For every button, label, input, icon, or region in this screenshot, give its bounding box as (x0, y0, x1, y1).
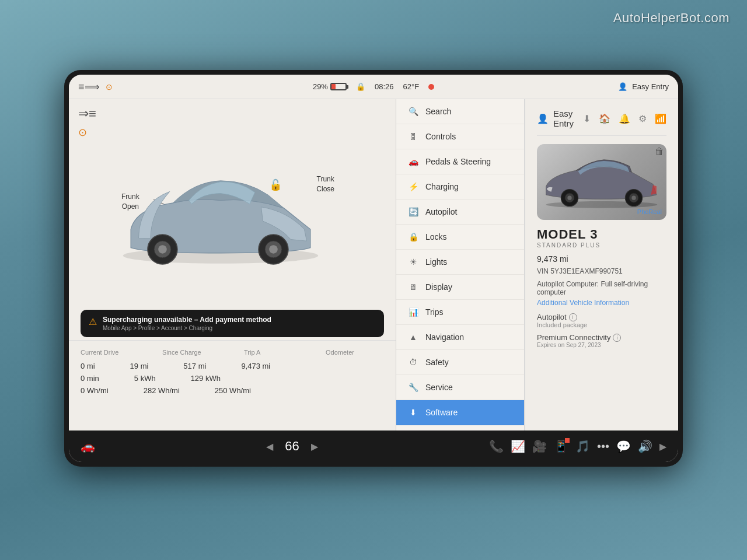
easy-entry-label[interactable]: Easy Entry (632, 82, 669, 91)
menu-panel: 🔍 Search 🎛 Controls 🚗 Pedals & Steering … (396, 99, 525, 430)
music-icon[interactable]: 🎵 (575, 439, 590, 453)
menu-item-pedals[interactable]: 🚗 Pedals & Steering (396, 149, 524, 174)
menu-item-charging[interactable]: ⚡ Charging (396, 174, 524, 200)
controls-icon: 🎛 (408, 132, 418, 141)
status-bar: ≡⟹ ⊙ 29% 🔒 08:26 62°F 👤 Easy Entry (69, 75, 678, 99)
autopilot-computer-text: Autopilot Computer: Full self-driving co… (537, 280, 666, 296)
battery-bar (330, 83, 347, 90)
menu-item-navigation[interactable]: ▲ Navigation (396, 325, 524, 350)
messages-icon[interactable]: 💬 (616, 439, 631, 453)
warning-banner: ⚠ Supercharging unavailable – Add paymen… (81, 310, 384, 337)
taskbar-right: 📞 📈 🎥 📱 . 🎵 ••• 💬 🔊 ▶ (489, 439, 666, 453)
safety-label: Safety (425, 358, 449, 367)
car-image-area: Frunk Open Trunk Close (69, 123, 396, 337)
taskbar-left: 🚗 (81, 439, 95, 453)
trip-a-whmi: 250 Wh/mi (215, 385, 251, 397)
clock: 08:26 (375, 82, 394, 91)
stats-header-odo: Odometer (326, 349, 372, 356)
menu-item-safety[interactable]: ⏱ Safety (396, 350, 524, 375)
menu-item-display[interactable]: 🖥 Display (396, 275, 524, 300)
svg-point-5 (158, 245, 166, 253)
signal-icon: 📶 (655, 113, 666, 124)
stats-header-charge: Since Charge (162, 349, 209, 356)
volume-right-arrow[interactable]: ▶ (659, 441, 666, 452)
stats-header-tripa: Trip A (244, 349, 291, 356)
svg-point-15 (631, 195, 636, 200)
drive-mode-icon: ≡⟹ (78, 80, 100, 93)
menu-item-autopilot[interactable]: 🔄 Autopilot (396, 200, 524, 225)
bell-icon: 🔔 (619, 113, 630, 124)
autopilot-label-text: Autopilot (537, 313, 567, 321)
download-icon: ⬇ (583, 113, 591, 124)
tesla-screen: ≡⟹ ⊙ 29% 🔒 08:26 62°F 👤 Easy Entry (69, 75, 678, 462)
stats-headers: Current Drive Since Charge Trip A Odomet… (81, 349, 384, 356)
menu-item-search[interactable]: 🔍 Search (396, 99, 524, 124)
display-label: Display (425, 282, 452, 292)
profile-header: 👤 Easy Entry ⬇ 🏠 🔔 ⚙ 📶 (537, 108, 666, 136)
taskbar: 🚗 ◀ 66 ▶ 📞 📈 🎥 📱 . 🎵 ••• 💬 (69, 430, 678, 462)
since-charge-whmi: 282 Wh/mi (144, 385, 180, 397)
home-icon: 🏠 (599, 113, 610, 124)
menu-item-upgrades[interactable]: 🔓 Upgrades (396, 425, 524, 430)
status-right: 👤 Easy Entry (552, 82, 669, 91)
svg-point-12 (567, 195, 571, 200)
stats-bar: Current Drive Since Charge Trip A Odomet… (69, 340, 396, 430)
autopilot-sub-text: Included package (537, 321, 666, 328)
warning-triangle-icon: ⚠ (89, 316, 97, 327)
camera-icon[interactable]: 🎥 (532, 439, 547, 453)
lock-icon: 🔒 (356, 82, 365, 91)
warning-sub-text: Mobile App > Profile > Account > Chargin… (103, 325, 271, 331)
profile-name: Easy Entry (553, 108, 578, 128)
volume-icon[interactable]: 🔊 (638, 439, 652, 453)
more-icon[interactable]: ••• (597, 440, 609, 453)
menu-item-controls[interactable]: 🎛 Controls (396, 124, 524, 149)
speed-next-arrow[interactable]: ▶ (311, 441, 318, 452)
current-drive-whmi: 0 Wh/mi (81, 385, 109, 397)
profile-person-icon: 👤 (537, 113, 549, 124)
locks-icon: 🔒 (408, 232, 418, 242)
premium-connectivity-info-icon: i (613, 334, 621, 342)
info-panel: 👤 Easy Entry ⬇ 🏠 🔔 ⚙ 📶 (525, 99, 678, 430)
svg-point-8 (269, 245, 277, 253)
software-label: Software (425, 408, 458, 417)
phoreal-link[interactable]: PhoReal (637, 208, 662, 215)
current-drive-mi: 0 mi (81, 360, 95, 373)
menu-item-lights[interactable]: ☀ Lights (396, 250, 524, 275)
expires-text: Expires on Sep 27, 2023 (537, 342, 666, 348)
model-name: Model 3 (537, 227, 666, 242)
since-charge-mi: 19 mi (130, 360, 149, 373)
software-icon: ⬇ (408, 408, 418, 417)
autopilot-info-icon: i (569, 313, 577, 321)
speed-prev-arrow[interactable]: ◀ (266, 441, 273, 452)
car-home-icon[interactable]: 🚗 (81, 439, 95, 453)
nav-icon[interactable]: 📈 (511, 439, 525, 453)
phone-icon[interactable]: 📞 (489, 439, 504, 453)
controls-label: Controls (425, 132, 456, 141)
trash-icon[interactable]: 🗑 (655, 146, 664, 157)
taskbar-center: ◀ 66 ▶ (266, 439, 317, 454)
profile-icons-row: ⬇ 🏠 🔔 ⚙ 📶 (583, 113, 666, 124)
dashcam-icon[interactable]: 📱 . (554, 439, 568, 453)
locks-label: Locks (425, 232, 447, 242)
model-variant: Standard Plus (537, 242, 666, 249)
wifi-icon: ⚙ (638, 113, 647, 124)
record-indicator (428, 84, 434, 90)
menu-item-service[interactable]: 🔧 Service (396, 375, 524, 400)
menu-item-trips[interactable]: 📊 Trips (396, 300, 524, 325)
battery-fill (331, 84, 336, 89)
menu-item-software[interactable]: ⬇ Software (396, 400, 524, 425)
stats-header-current: Current Drive (81, 349, 127, 356)
navigation-label: Navigation (425, 332, 464, 342)
service-label: Service (425, 383, 453, 392)
additional-info-link[interactable]: Additional Vehicle Information (537, 299, 666, 307)
charging-label: Charging (425, 182, 459, 191)
tire-pressure-icon: ⊙ (106, 82, 113, 92)
navigation-icon: ▲ (408, 332, 418, 342)
menu-item-locks[interactable]: 🔒 Locks (396, 225, 524, 250)
stats-row-2: 0 min 5 kWh 129 kWh (81, 373, 384, 385)
watermark: AutoHelperBot.com (613, 10, 729, 26)
search-icon: 🔍 (408, 107, 418, 116)
trip-a-kwh: 129 kWh (191, 373, 221, 385)
autopilot-info-label: Autopilot i (537, 313, 666, 321)
left-panel: ⇒≡ ⊙ Frunk Open (69, 99, 396, 430)
